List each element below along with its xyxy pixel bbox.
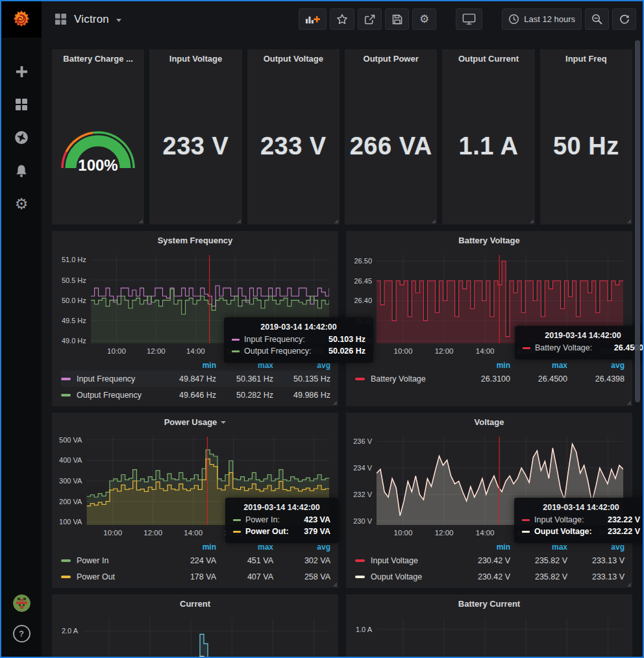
panel-resize-handle[interactable] <box>626 400 631 405</box>
stat-value: 50 Hz <box>553 132 619 160</box>
svg-text:200 VA: 200 VA <box>59 498 82 506</box>
tooltip-row: Ouput Voltage: 232.22 V <box>522 527 640 536</box>
panel-resize-handle[interactable] <box>431 219 436 223</box>
panel-resize-handle[interactable] <box>332 400 337 405</box>
legend: minmaxavg Input Frequency 49.847 Hz 50.3… <box>52 358 338 403</box>
vertical-scrollbar-thumb[interactable] <box>635 40 640 402</box>
series-label[interactable]: Power In <box>77 556 159 565</box>
panel-title[interactable]: Output Power <box>345 49 437 67</box>
zoom-out-button[interactable] <box>585 8 609 30</box>
legend-row: Output Frequency 49.646 Hz 50.282 Hz 49.… <box>61 387 330 403</box>
tooltip-power-usage: 2019-03-14 14:42:00 Power In: 423 VA Pow… <box>225 498 338 543</box>
tooltip-time: 2019-03-14 14:42:00 <box>233 503 330 512</box>
panel-title[interactable]: Battery Charge ... <box>52 49 144 67</box>
avatar-pixel-icon <box>13 594 31 612</box>
help-button[interactable]: ? <box>13 625 31 642</box>
panel-input-freq: Input Freq 50 Hz <box>540 49 632 225</box>
panel-title[interactable]: System Frequency <box>52 231 338 249</box>
svg-text:49.0 Hz: 49.0 Hz <box>62 337 86 345</box>
panel-title[interactable]: Battery Voltage <box>346 231 632 249</box>
grafana-flame-icon <box>12 9 31 30</box>
series-swatch <box>61 559 71 562</box>
save-dashboard-button[interactable] <box>385 8 409 30</box>
sidebar-item-create[interactable] <box>14 64 29 79</box>
grafana-logo[interactable] <box>1 1 42 38</box>
panel-title[interactable]: Output Voltage <box>247 49 340 67</box>
dashboard-title-button[interactable]: Victron <box>55 13 121 26</box>
legend: minmaxavg Input Voltage 230.42 V 235.82 … <box>346 540 632 585</box>
svg-text:2.0 A: 2.0 A <box>62 627 79 635</box>
battery-current-chart[interactable]: 1.0 A0.5 A10:0012:0014:0016:0018:0020:00 <box>347 613 628 658</box>
sidebar-item-alerting[interactable] <box>14 163 29 178</box>
series-label[interactable]: Ouput Voltage <box>371 572 453 581</box>
panel-resize-handle[interactable] <box>138 219 143 223</box>
svg-text:14:00: 14:00 <box>476 347 495 355</box>
series-swatch <box>232 350 240 352</box>
dashboard-title: Victron <box>74 13 109 26</box>
series-swatch <box>61 394 71 396</box>
svg-text:49.5 Hz: 49.5 Hz <box>62 317 86 324</box>
panel-resize-handle[interactable] <box>626 219 631 223</box>
panel-title[interactable]: Voltage <box>346 413 632 431</box>
sidebar-item-explore[interactable] <box>14 130 29 145</box>
panel-resize-handle[interactable] <box>626 582 631 587</box>
panel-title[interactable]: Power Usage <box>52 413 338 431</box>
panel-title[interactable]: Current <box>52 594 338 613</box>
svg-text:100%: 100% <box>78 156 118 174</box>
panel-resize-handle[interactable] <box>332 582 337 587</box>
dashboard-settings-button[interactable]: ⚙ <box>412 8 436 30</box>
panel-resize-handle[interactable] <box>334 219 338 223</box>
series-label[interactable]: Power Out <box>77 572 159 581</box>
legend-header: minmaxavg <box>355 359 625 371</box>
add-panel-icon <box>305 14 320 25</box>
tooltip-row: Input Voltage: 232.22 V <box>522 515 640 524</box>
panel-title[interactable]: Input Freq <box>540 49 632 67</box>
legend: minmaxavg Battery Voltage 26.3100 26.450… <box>346 358 632 387</box>
share-dashboard-button[interactable] <box>358 8 382 30</box>
time-range-button[interactable]: Last 12 hours <box>502 8 582 30</box>
navbar-actions: ⚙ Last 12 hours <box>299 8 636 30</box>
sidebar: ⚙ ? <box>1 1 42 657</box>
star-icon <box>336 14 348 25</box>
tooltip-row: Output Frequency: 50.026 Hz <box>232 347 365 356</box>
tooltip-system-frequency: 2019-03-14 14:42:00 Input Frequency: 50.… <box>224 317 373 363</box>
add-panel-button[interactable] <box>299 8 327 30</box>
help-label: ? <box>19 629 24 639</box>
svg-text:236 V: 236 V <box>353 437 372 445</box>
battery-charge-gauge: 100% <box>53 116 143 176</box>
tooltip-row: Power Out: 379 VA <box>233 527 330 536</box>
series-label[interactable]: Input Frequency <box>77 374 159 384</box>
cycle-view-mode-button[interactable] <box>456 8 482 30</box>
panel-title[interactable]: Battery Current <box>346 594 632 613</box>
legend-row: Input Voltage 230.42 V 235.82 V 233.13 V <box>355 552 625 568</box>
legend-row: Power Out 178 VA 407 VA 258 VA <box>61 568 330 585</box>
panel-title[interactable]: Input Voltage <box>149 49 242 67</box>
share-icon <box>364 14 375 25</box>
panel-battery-current: Battery Current 1.0 A0.5 A10:0012:0014:0… <box>346 594 632 658</box>
svg-text:50.5 Hz: 50.5 Hz <box>62 276 86 284</box>
star-dashboard-button[interactable] <box>330 8 354 30</box>
stat-value: 266 VA <box>350 132 432 160</box>
sidebar-item-configuration[interactable]: ⚙ <box>14 196 29 212</box>
series-label[interactable]: Input Voltage <box>371 556 453 565</box>
panel-resize-handle[interactable] <box>529 219 534 223</box>
svg-text:12:00: 12:00 <box>435 529 454 537</box>
svg-text:10:00: 10:00 <box>103 529 122 537</box>
refresh-button[interactable] <box>612 8 636 30</box>
series-label[interactable]: Battery Voltage <box>371 374 453 384</box>
refresh-icon <box>619 14 630 25</box>
sidebar-item-dashboards[interactable] <box>14 97 29 112</box>
series-swatch <box>522 531 530 533</box>
tooltip-voltage: 2019-03-14 14:42:00 Input Voltage: 232.2… <box>514 498 644 543</box>
svg-text:50.0 Hz: 50.0 Hz <box>62 297 86 304</box>
series-swatch <box>355 378 365 380</box>
series-label[interactable]: Output Frequency <box>77 391 159 400</box>
legend: minmaxavg Power In 224 VA 451 VA 302 VA … <box>52 540 338 585</box>
stat-value: 1.1 A <box>459 132 519 160</box>
current-chart[interactable]: 2.0 A1.5 A10:0012:0014:0016:0018:0020:00 <box>53 613 334 658</box>
legend-row: Input Frequency 49.847 Hz 50.361 Hz 50.1… <box>61 371 330 387</box>
dashboards-grid-icon <box>15 98 28 111</box>
panel-title[interactable]: Output Current <box>442 49 534 67</box>
panel-resize-handle[interactable] <box>236 219 241 223</box>
user-avatar[interactable] <box>13 594 31 612</box>
